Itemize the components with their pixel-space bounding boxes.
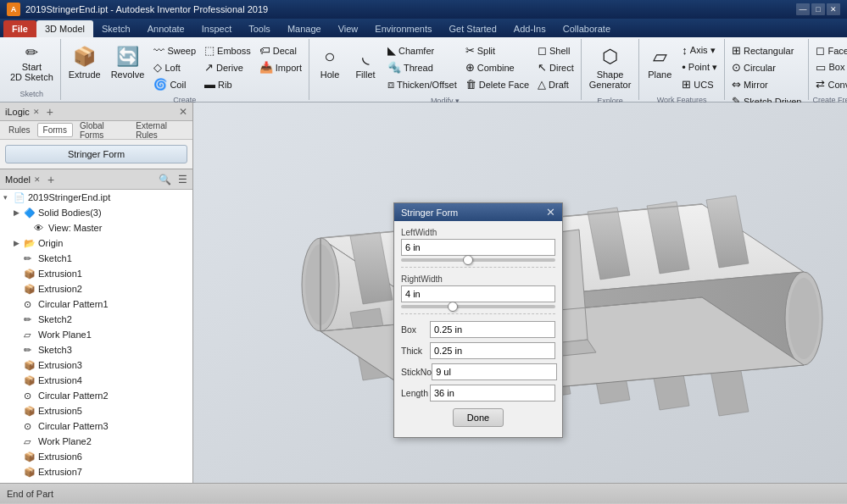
tree-item-7[interactable]: ⊙Circular Pattern1 [0, 296, 192, 312]
left-width-slider-track[interactable] [401, 258, 555, 262]
btn-revolve[interactable]: 🔄 Revolve [107, 42, 149, 83]
stringer-form-close-btn[interactable]: ✕ [546, 206, 555, 219]
ilogic-panel-close[interactable]: ✕ [179, 106, 187, 118]
ilogic-header: iLogic ✕ + ✕ [0, 102, 192, 121]
btn-fillet[interactable]: ◟ Fillet [348, 42, 382, 83]
btn-combine[interactable]: ⊕Combine [462, 59, 532, 75]
btn-start-2d-sketch[interactable]: ✏ Start2D Sketch [7, 42, 57, 85]
tree-item-12[interactable]: 📦Extrusion4 [0, 373, 192, 388]
btn-plane[interactable]: ▱ Plane [643, 42, 677, 83]
btn-import[interactable]: 📥Import [256, 59, 305, 75]
length-input[interactable] [430, 385, 555, 402]
tree-item-6[interactable]: 📦Extrusion2 [0, 281, 192, 296]
end-of-part-label: End of Part [7, 489, 53, 499]
ilogic-title: iLogic [5, 107, 30, 117]
tab-annotate[interactable]: Annotate [139, 20, 193, 37]
btn-derive[interactable]: ↗Derive [201, 59, 254, 75]
thick-input[interactable] [430, 342, 555, 359]
stringer-form-btn[interactable]: Stringer Form [5, 145, 187, 163]
tree-item-1[interactable]: ▶🔷Solid Bodies(3) [0, 205, 192, 220]
btn-convert[interactable]: ⇄Convert [812, 76, 847, 92]
tab-3d-model[interactable]: 3D Model [36, 20, 93, 37]
btn-shape-generator[interactable]: ⬡ ShapeGenerator [585, 42, 636, 93]
tree-item-5[interactable]: 📦Extrusion1 [0, 266, 192, 281]
subtab-external-rules[interactable]: External Rules [131, 119, 189, 141]
right-width-slider-track[interactable] [401, 305, 555, 308]
stickno-input[interactable] [432, 363, 557, 380]
btn-axis[interactable]: ↕Axis ▾ [678, 42, 721, 58]
tree-item-2[interactable]: 👁View: Master [0, 220, 192, 235]
tab-view[interactable]: View [330, 20, 367, 37]
subtab-global-forms[interactable]: Global Forms [75, 119, 129, 141]
right-width-input[interactable] [401, 285, 555, 302]
minimize-btn[interactable]: — [796, 3, 810, 15]
model-search-btn[interactable]: 🔍 [159, 174, 171, 186]
btn-face[interactable]: ◻Face [812, 42, 847, 58]
tab-inspect[interactable]: Inspect [193, 20, 240, 37]
btn-emboss[interactable]: ⬚Emboss [201, 42, 254, 58]
btn-decal[interactable]: 🏷Decal [256, 42, 305, 58]
tab-sketch[interactable]: Sketch [93, 20, 139, 37]
app-icon: A [7, 3, 20, 16]
btn-draft[interactable]: △Draft [534, 76, 577, 92]
tree-item-9[interactable]: ▱Work Plane1 [0, 327, 192, 342]
3d-viewport[interactable]: Stringer Form ✕ LeftWidth RightWidth [193, 102, 847, 483]
model-tree[interactable]: ▾📄2019StringerEnd.ipt▶🔷Solid Bodies(3)👁V… [0, 190, 192, 483]
close-btn[interactable]: ✕ [827, 3, 840, 15]
btn-chamfer[interactable]: ◣Chamfer [384, 42, 460, 58]
btn-hole[interactable]: ○ Hole [313, 42, 347, 83]
box-label: Box [401, 324, 430, 335]
btn-coil[interactable]: 🌀Coil [150, 76, 199, 92]
btn-delete-face[interactable]: 🗑Delete Face [462, 76, 532, 92]
tab-manage[interactable]: Manage [279, 20, 330, 37]
group-explore: ⬡ ShapeGenerator Explore [582, 39, 640, 100]
tree-item-3[interactable]: ▶📂Origin [0, 235, 192, 251]
box-input[interactable] [430, 321, 555, 338]
stringer-form-header: Stringer Form ✕ [394, 203, 562, 221]
btn-rectangular[interactable]: ⊞Rectangular [728, 42, 805, 58]
tree-item-19[interactable]: ⊙Circular Pattern4 [0, 479, 192, 483]
btn-circular[interactable]: ⊙Circular [728, 59, 805, 75]
btn-sweep[interactable]: 〰Sweep [150, 42, 199, 58]
tree-item-8[interactable]: ✏Sketch2 [0, 312, 192, 327]
btn-loft[interactable]: ◇Loft [150, 59, 199, 75]
btn-shell[interactable]: ◻Shell [534, 42, 577, 58]
tree-item-11[interactable]: 📦Extrusion3 [0, 357, 192, 373]
tree-item-15[interactable]: ⊙Circular Pattern3 [0, 418, 192, 434]
btn-split[interactable]: ✂Split [462, 42, 532, 58]
sketch-icon: ✏ [25, 45, 38, 60]
left-width-slider-thumb [463, 255, 473, 265]
tab-add-ins[interactable]: Add-Ins [505, 20, 554, 37]
model-menu-btn[interactable]: ☰ [178, 174, 187, 186]
subtab-forms[interactable]: Forms [37, 123, 73, 137]
btn-ucs[interactable]: ⊞UCS [678, 76, 721, 92]
btn-thread[interactable]: 🔩Thread [384, 59, 460, 75]
svg-point-7 [788, 278, 819, 359]
btn-direct[interactable]: ↖Direct [534, 59, 577, 75]
tree-item-0[interactable]: ▾📄2019StringerEnd.ipt [0, 190, 192, 205]
tree-item-13[interactable]: ⊙Circular Pattern2 [0, 388, 192, 403]
tree-item-17[interactable]: 📦Extrusion6 [0, 449, 192, 464]
tab-environments[interactable]: Environments [366, 20, 440, 37]
tree-item-10[interactable]: ✏Sketch3 [0, 342, 192, 357]
left-width-input[interactable] [401, 239, 555, 256]
model-add-btn[interactable]: + [47, 173, 54, 186]
btn-point[interactable]: •Point ▾ [678, 59, 721, 75]
btn-mirror[interactable]: ⇔Mirror [728, 76, 805, 92]
ilogic-add-btn[interactable]: + [47, 105, 53, 119]
tree-item-18[interactable]: 📦Extrusion7 [0, 464, 192, 479]
btn-rib[interactable]: ▬Rib [201, 76, 254, 92]
btn-extrude[interactable]: 📦 Extrude [64, 42, 105, 83]
tree-item-4[interactable]: ✏Sketch1 [0, 251, 192, 266]
form-done-btn[interactable]: Done [453, 408, 504, 427]
btn-thicken[interactable]: ⧈Thicken/Offset [384, 76, 460, 93]
subtab-rules[interactable]: Rules [3, 124, 36, 136]
tree-item-14[interactable]: 📦Extrusion5 [0, 403, 192, 418]
tab-tools[interactable]: Tools [240, 20, 279, 37]
tree-item-16[interactable]: ▱Work Plane2 [0, 434, 192, 449]
tab-collaborate[interactable]: Collaborate [554, 20, 619, 37]
tab-file[interactable]: File [3, 20, 36, 37]
btn-box[interactable]: ▭Box ▾ [812, 59, 847, 75]
maximize-btn[interactable]: □ [811, 3, 825, 15]
tab-get-started[interactable]: Get Started [441, 20, 505, 37]
